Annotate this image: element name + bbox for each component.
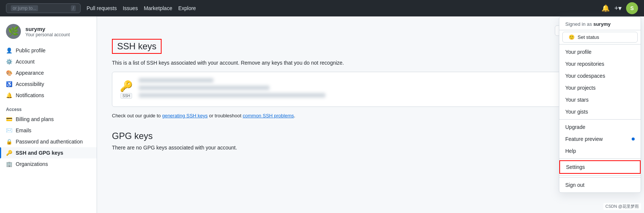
dropdown-your-profile[interactable]: Your profile <box>559 46 641 58</box>
palette-icon: 🎨 <box>6 70 12 76</box>
sidebar-label-organizations: Organizations <box>16 161 48 167</box>
ssh-section-header: SSH keys New SSH key <box>112 39 629 54</box>
sidebar-item-appearance[interactable]: 🎨 Appearance <box>0 67 97 78</box>
dropdown-settings[interactable]: Settings <box>559 160 641 174</box>
helper-text-prefix: Check out our guide to <box>112 113 162 118</box>
sidebar-item-notifications[interactable]: 🔔 Notifications <box>0 90 97 101</box>
set-status-button[interactable]: 🙂 Set status <box>562 32 638 43</box>
feature-preview-dot <box>632 138 635 141</box>
access-section-title: Access <box>0 101 97 114</box>
plus-icon[interactable]: +▾ <box>614 4 622 12</box>
person-icon: 👤 <box>6 47 12 53</box>
sidebar-label-ssh-gpg: SSH and GPG keys <box>16 150 63 156</box>
dropdown-header: Signed in as surymy <box>559 18 641 30</box>
sidebar-label-public-profile: Public profile <box>16 47 46 53</box>
gpg-keys-title: GPG keys <box>112 131 153 141</box>
dropdown-upgrade[interactable]: Upgrade <box>559 121 641 133</box>
topnav-links: Pull requests Issues Marketplace Explore <box>87 5 196 11</box>
sidebar-item-accessibility[interactable]: ♿ Accessibility <box>0 78 97 90</box>
search-box[interactable]: or jump to... / <box>6 3 81 13</box>
sidebar-user-info: surymy Your personal account <box>25 26 70 37</box>
avatar-initial: S <box>630 5 634 11</box>
sidebar-username: surymy <box>25 26 70 32</box>
sidebar-header: 🌿 surymy Your personal account <box>0 24 97 45</box>
sidebar-item-password[interactable]: 🔒 Password and authentication <box>0 136 97 147</box>
sidebar-item-organizations[interactable]: 🏢 Organizations <box>0 158 97 170</box>
sidebar-label-appearance: Appearance <box>16 70 44 76</box>
avatar-button[interactable]: S <box>626 2 638 14</box>
dropdown-divider-1 <box>559 44 641 44</box>
sidebar: 🌿 surymy Your personal account 👤 Public … <box>0 16 97 213</box>
topnav-marketplace[interactable]: Marketplace <box>144 5 172 11</box>
dropdown-your-stars[interactable]: Your stars <box>559 94 641 106</box>
watermark: CSDN @花里梦雨 <box>603 203 641 210</box>
sidebar-nav: 👤 Public profile ⚙️ Account 🎨 Appearance… <box>0 45 97 170</box>
dropdown-your-projects[interactable]: Your projects <box>559 82 641 94</box>
key-sidebar-icon: 🔑 <box>6 150 12 156</box>
sidebar-label-billing: Billing and plans <box>16 116 54 122</box>
ssh-key-card: 🔑 SSH Delete <box>112 72 629 107</box>
topnav: or jump to... / Pull requests Issues Mar… <box>0 0 644 16</box>
smiley-icon: 🙂 <box>569 34 575 40</box>
dropdown-sign-out[interactable]: Sign out <box>559 177 641 191</box>
accessibility-icon: ♿ <box>6 81 12 87</box>
sidebar-label-account: Account <box>16 59 35 65</box>
sidebar-item-account[interactable]: ⚙️ Account <box>0 56 97 67</box>
bell-icon[interactable]: 🔔 <box>601 4 610 12</box>
dropdown-your-gists[interactable]: Your gists <box>559 106 641 118</box>
layout: 🌿 surymy Your personal account 👤 Public … <box>0 16 644 213</box>
gpg-description: There are no GPG keys associated with yo… <box>112 145 629 151</box>
topnav-issues[interactable]: Issues <box>123 5 138 11</box>
ssh-description: This is a list of SSH keys associated wi… <box>112 60 629 66</box>
ssh-keys-title: SSH keys <box>112 39 162 54</box>
billing-icon: 💳 <box>6 116 12 122</box>
sidebar-subtitle: Your personal account <box>25 32 70 37</box>
sidebar-label-emails: Emails <box>16 127 31 133</box>
avatar: 🌿 <box>6 24 21 39</box>
helper-text-mid: or troubleshoot <box>208 113 243 118</box>
key-type-label: SSH <box>121 93 132 99</box>
topnav-right: 🔔 +▾ S <box>601 2 638 14</box>
lock-icon: 🔒 <box>6 139 12 145</box>
sidebar-item-emails[interactable]: ✉️ Emails <box>0 125 97 136</box>
key-fingerprint-line <box>139 86 269 90</box>
dropdown-divider-4 <box>559 175 641 176</box>
sidebar-item-ssh-gpg[interactable]: 🔑 SSH and GPG keys <box>0 147 97 158</box>
topnav-explore[interactable]: Explore <box>178 5 196 11</box>
helper-text: Check out our guide to generating SSH ke… <box>112 113 629 118</box>
dropdown-username: surymy <box>593 21 610 27</box>
set-status-label: Set status <box>578 34 599 40</box>
org-icon: 🏢 <box>6 161 12 167</box>
common-ssh-problems-link[interactable]: common SSH problems <box>243 113 294 118</box>
helper-text-suffix: . <box>294 113 296 118</box>
signed-in-label: Signed in as <box>565 21 592 27</box>
email-icon: ✉️ <box>6 127 12 133</box>
sidebar-item-public-profile[interactable]: 👤 Public profile <box>0 45 97 56</box>
key-added-line <box>139 93 325 98</box>
dropdown-help[interactable]: Help <box>559 145 641 157</box>
sidebar-label-password: Password and authentication <box>16 139 83 145</box>
key-details <box>139 78 588 101</box>
key-icon: 🔑 SSH <box>120 80 133 99</box>
dropdown-divider-2 <box>559 119 641 120</box>
sidebar-item-billing[interactable]: 💳 Billing and plans <box>0 114 97 125</box>
key-name-line <box>139 78 213 83</box>
sidebar-label-accessibility: Accessibility <box>16 81 44 87</box>
bell-sidebar-icon: 🔔 <box>6 92 12 98</box>
feature-preview-label: Feature preview <box>565 136 603 142</box>
search-shortcut: / <box>71 5 76 11</box>
dropdown-your-codespaces[interactable]: Your codespaces <box>559 70 641 82</box>
dropdown-feature-preview[interactable]: Feature preview <box>559 133 641 145</box>
gpg-section-header: GPG keys New GPG key <box>112 130 629 142</box>
dropdown-divider-3 <box>559 158 641 159</box>
sidebar-label-notifications: Notifications <box>16 92 44 98</box>
topnav-pull-requests[interactable]: Pull requests <box>87 5 117 11</box>
search-placeholder: or jump to... <box>11 5 38 11</box>
generating-ssh-keys-link[interactable]: generating SSH keys <box>162 113 207 118</box>
gear-icon: ⚙️ <box>6 59 12 65</box>
user-dropdown: Signed in as surymy 🙂 Set status Your pr… <box>559 16 641 193</box>
dropdown-your-repositories[interactable]: Your repositories <box>559 58 641 70</box>
